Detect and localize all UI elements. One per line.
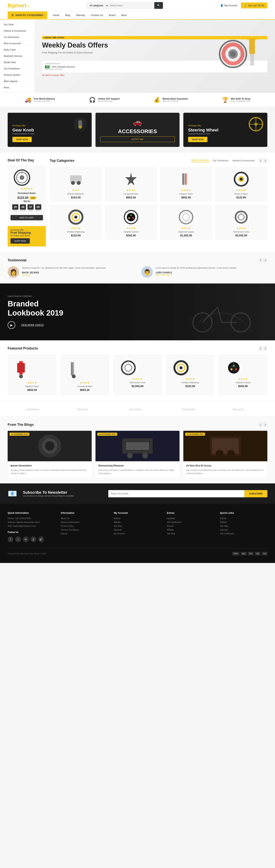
featured-card-0[interactable]: ★★★★ Dapibus Tortor $602.00 — [8, 354, 57, 395]
search-input[interactable] — [108, 3, 154, 8]
sidebar-item-helmet[interactable]: Helmet & Accessories — [0, 28, 34, 34]
footer-account-myaccount[interactable]: My Account — [114, 532, 161, 535]
shop-by-categories[interactable]: ☰ SHOP BY CATEGORIES — [8, 11, 47, 19]
footer-quick-gift[interactable]: Gift Certificates — [220, 532, 267, 535]
sidebar-item-electronics[interactable]: Car Electronics — [0, 34, 34, 40]
footer-link-delivery[interactable]: Delivery Information — [61, 521, 108, 523]
social-linkedin[interactable]: in — [23, 536, 29, 542]
sidebar-item-brake[interactable]: Break Parts — [0, 59, 34, 66]
footer-account-brands[interactable]: Brands — [114, 517, 161, 520]
sidebar-item-apparel[interactable]: Biker Apparel — [0, 78, 34, 85]
footer-account-affiliate[interactable]: Affiliate — [114, 521, 161, 523]
testimonials-prev[interactable]: ‹ — [258, 258, 263, 262]
featured-card-4[interactable]: ★★★★ Calpulto Usenet $242.00 — [218, 354, 267, 395]
featured-card-2[interactable]: ★★★★ Elementum Uma $2,042.00 — [113, 354, 162, 395]
featured-name-2: Elementum Uma — [117, 381, 158, 384]
social-twitter[interactable]: t — [15, 536, 21, 542]
footer-extras-gift[interactable]: Gift Certificates — [167, 521, 214, 523]
product-card-6[interactable]: ★★★★ Dignissim Ligula $1,202.00 — [160, 205, 212, 240]
blog-image-1: 18 NOVEMBER 2019 — [95, 431, 180, 461]
category-select[interactable]: All categories — [87, 2, 108, 8]
account-button[interactable]: 👤 My Account — [220, 4, 237, 7]
featured-prev[interactable]: ‹ — [258, 346, 263, 351]
newsletter-subscribe-button[interactable]: SUBSCRIBE — [244, 490, 267, 497]
product-card-2[interactable]: ★★★★ Dapibus Tortor $602.00 — [160, 167, 212, 202]
sidebar-item-car-fresheners[interactable]: Car Fresheners — [0, 66, 34, 72]
nav-blog[interactable]: Blog — [65, 14, 70, 17]
social-pinterest[interactable]: p — [31, 536, 36, 542]
sidebar-item-bike[interactable]: Bike Accessories — [0, 40, 34, 47]
footer-link-about[interactable]: About Us — [61, 517, 108, 520]
blog-card-0[interactable]: 18 NOVEMBER 2019 Ipsum Generators To tak… — [8, 431, 92, 478]
footer-extras-affiliate[interactable]: Affiliate — [167, 529, 214, 531]
blog-card-2[interactable]: 18 NOVEMBER 2019 At Vero Eos Et Accus Au… — [183, 431, 267, 478]
footer-account-specials[interactable]: Specials — [114, 529, 161, 531]
product-card-5[interactable]: ★★★★ Calpulto Usenet $242.00 — [105, 205, 157, 240]
gear-shop-now-button[interactable]: SHOP NOW — [12, 137, 32, 142]
features-bar: 🚚 Free World Delivery On order over $100… — [0, 93, 275, 107]
view-more-link[interactable]: VIEW MORE VIDEOS — [21, 324, 44, 327]
free-shipping-shop-now[interactable]: SHOP NOW — [10, 238, 30, 244]
footer-extras-sitemap[interactable]: Site Map — [167, 532, 214, 535]
footer-extras-specials[interactable]: Specials — [167, 517, 214, 520]
footer-my-account: My Account Brands Affiliate Site Map Spe… — [114, 512, 161, 542]
search-button[interactable]: 🔍 — [154, 2, 163, 9]
next-button[interactable]: › — [263, 158, 267, 163]
newsletter-email-input[interactable] — [108, 490, 244, 497]
footer-link-terms[interactable]: Terms & Conditions — [61, 529, 108, 531]
footer-account-sitemap[interactable]: Site Map — [114, 525, 161, 527]
add-to-cart-button[interactable]: ADD TO CART — [10, 215, 43, 220]
footer-phone: Phone: +00 123456789O — [8, 517, 55, 520]
featured-stars-0: ★★★★ — [11, 381, 53, 384]
featured-card-1[interactable]: ★★★★ Consequat Nam $603.20 — [60, 354, 109, 395]
featured-card-3[interactable]: ★★★★ Porttitor Adipiscing $122.00 — [166, 354, 215, 395]
steering-shop-now-button[interactable]: SHOP NOW — [188, 137, 208, 142]
payment-mc: MC — [241, 552, 247, 555]
blog-next[interactable]: › — [263, 422, 267, 427]
sidebar-item-more[interactable]: More... — [0, 85, 34, 91]
footer-extras-brands[interactable]: Brands — [167, 525, 214, 527]
footer-link-brands[interactable]: Brands — [61, 532, 108, 535]
sidebar-item-body[interactable]: Body Cover — [0, 47, 34, 53]
play-button[interactable]: ▶ — [8, 321, 15, 329]
footer-quick-affiliate[interactable]: Affiliate — [220, 521, 267, 523]
payment-ae: AE — [255, 552, 260, 555]
nav-brand[interactable]: Brand — [109, 14, 115, 17]
nav-sitemap[interactable]: Sitemap — [76, 14, 85, 17]
account-label: My Account — [224, 4, 237, 7]
product-card-7[interactable]: ★★★★ Elementum Uma $2,042.00 — [215, 205, 267, 240]
testimonials-next[interactable]: › — [263, 258, 267, 262]
footer-quick-brands[interactable]: Brands — [220, 517, 267, 520]
blog-prev[interactable]: ‹ — [258, 422, 263, 427]
social-facebook[interactable]: f — [8, 536, 13, 542]
notify-button[interactable]: NOTIFY ME! — [100, 136, 175, 142]
svg-rect-52 — [71, 362, 73, 375]
svg-point-9 — [79, 126, 82, 129]
product-card-3[interactable]: ★★★★ Donec Fuisnor $122.00 — [215, 167, 267, 202]
cart-button[interactable]: 🛒 My Cart $0.00 — [241, 2, 267, 8]
featured-next[interactable]: › — [263, 346, 267, 351]
product-card-1[interactable]: ★★★★ Consequat Nam $603.20 — [105, 167, 157, 202]
footer-link-privacy[interactable]: Privacy Policy — [61, 525, 108, 527]
tab-bike-accessories[interactable]: Bike Accessories — [192, 159, 209, 162]
product-image-5 — [108, 208, 154, 227]
nav-more[interactable]: More — [121, 14, 127, 17]
feature-delivery: 🚚 Free World Delivery On order over $100 — [25, 97, 55, 103]
sidebar-item-exhaust[interactable]: Exhaust System — [0, 72, 34, 78]
sidebar-item-bluetooth[interactable]: Bluetooth Devices — [0, 53, 34, 59]
newsletter-form: SUBSCRIBE — [108, 490, 267, 497]
prev-button[interactable]: ‹ — [258, 158, 263, 163]
product-card-0[interactable]: ★★★ Belvam Dignissim $122.00 — [50, 167, 102, 202]
countdown-hours: 08 — [20, 204, 26, 210]
footer-quick-sitemap[interactable]: Site Map — [220, 525, 267, 527]
product-card-4[interactable]: ★★★★ Porttitor Adipiscing $122.00 — [50, 205, 102, 240]
sidebar-item-our-store[interactable]: Our Store — [0, 22, 34, 28]
tab-car-fresheners[interactable]: Car Fresheners — [213, 159, 228, 162]
footer-quick-specials[interactable]: Specials — [220, 529, 267, 531]
footer: Quick Information Phone: +00 123456789O … — [0, 504, 275, 563]
blog-card-1[interactable]: 18 NOVEMBER 2019 Denouncing Pleasure Dui… — [95, 431, 180, 478]
tab-helmet[interactable]: Helmet & Accessories — [232, 159, 255, 162]
nav-contact[interactable]: Contact Us — [91, 14, 103, 17]
nav-home[interactable]: Home — [53, 14, 60, 17]
social-google[interactable]: g+ — [38, 536, 44, 542]
